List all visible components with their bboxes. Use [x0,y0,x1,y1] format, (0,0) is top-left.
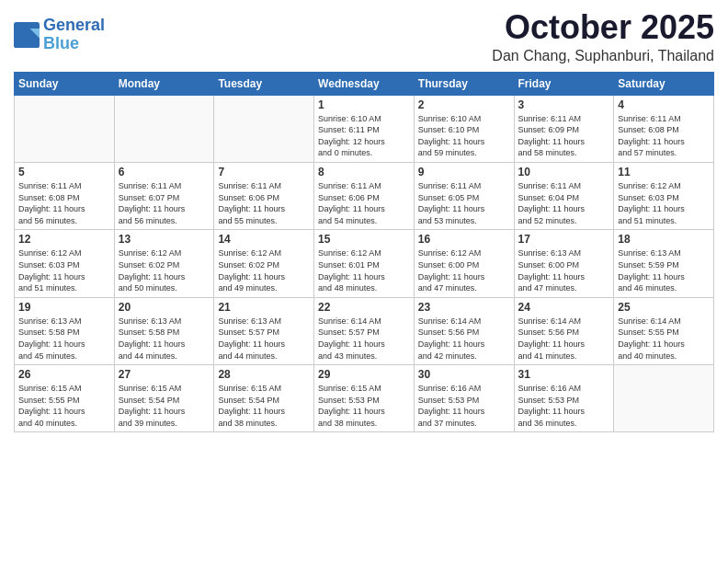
table-row: 8Sunrise: 6:11 AM Sunset: 6:06 PM Daylig… [314,162,415,229]
table-row: 19Sunrise: 6:13 AM Sunset: 5:58 PM Dayli… [15,297,115,364]
title-area: October 2025 Dan Chang, Suphanburi, Thai… [492,9,714,64]
table-row: 10Sunrise: 6:11 AM Sunset: 6:04 PM Dayli… [514,162,614,229]
logo-line1: General [43,16,105,34]
table-row [614,365,714,432]
table-row: 5Sunrise: 6:11 AM Sunset: 6:08 PM Daylig… [15,162,115,229]
logo-icon [14,22,40,48]
calendar-week-row: 1Sunrise: 6:10 AM Sunset: 6:11 PM Daylig… [15,95,714,162]
day-number: 31 [518,368,610,381]
day-info: Sunrise: 6:16 AM Sunset: 5:53 PM Dayligh… [418,383,510,429]
day-number: 29 [318,368,410,381]
table-row: 15Sunrise: 6:12 AM Sunset: 6:01 PM Dayli… [314,230,415,297]
table-row: 30Sunrise: 6:16 AM Sunset: 5:53 PM Dayli… [414,365,514,432]
day-number: 10 [518,166,610,178]
table-row: 21Sunrise: 6:13 AM Sunset: 5:57 PM Dayli… [214,297,314,364]
table-row: 3Sunrise: 6:11 AM Sunset: 6:09 PM Daylig… [514,95,614,162]
table-row: 26Sunrise: 6:15 AM Sunset: 5:55 PM Dayli… [15,365,115,432]
day-info: Sunrise: 6:12 AM Sunset: 6:00 PM Dayligh… [418,247,510,293]
day-info: Sunrise: 6:12 AM Sunset: 6:02 PM Dayligh… [218,247,310,293]
table-row [214,95,314,162]
day-number: 17 [518,233,610,246]
table-row: 18Sunrise: 6:13 AM Sunset: 5:59 PM Dayli… [614,230,714,297]
day-info: Sunrise: 6:11 AM Sunset: 6:08 PM Dayligh… [18,180,110,226]
calendar-week-row: 19Sunrise: 6:13 AM Sunset: 5:58 PM Dayli… [15,297,714,364]
table-row: 24Sunrise: 6:14 AM Sunset: 5:56 PM Dayli… [514,297,614,364]
page-header: General Blue October 2025 Dan Chang, Sup… [14,9,714,64]
day-number: 2 [418,98,510,111]
day-info: Sunrise: 6:11 AM Sunset: 6:09 PM Dayligh… [518,113,610,159]
table-row: 1Sunrise: 6:10 AM Sunset: 6:11 PM Daylig… [314,95,415,162]
table-row [15,95,115,162]
logo: General Blue [14,17,105,53]
day-info: Sunrise: 6:13 AM Sunset: 5:58 PM Dayligh… [119,316,210,362]
table-row: 9Sunrise: 6:11 AM Sunset: 6:05 PM Daylig… [414,162,514,229]
day-info: Sunrise: 6:11 AM Sunset: 6:07 PM Dayligh… [119,180,210,226]
day-info: Sunrise: 6:14 AM Sunset: 5:57 PM Dayligh… [318,316,410,362]
table-row: 6Sunrise: 6:11 AM Sunset: 6:07 PM Daylig… [114,162,214,229]
day-number: 22 [318,301,410,314]
table-row: 23Sunrise: 6:14 AM Sunset: 5:56 PM Dayli… [414,297,514,364]
day-number: 1 [318,98,410,111]
calendar-week-row: 5Sunrise: 6:11 AM Sunset: 6:08 PM Daylig… [15,162,714,229]
table-row: 29Sunrise: 6:15 AM Sunset: 5:53 PM Dayli… [314,365,415,432]
day-number: 23 [418,301,510,314]
day-number: 30 [418,368,510,381]
col-tuesday: Tuesday [214,72,314,95]
day-number: 18 [618,233,710,246]
location-title: Dan Chang, Suphanburi, Thailand [492,48,714,64]
calendar-week-row: 26Sunrise: 6:15 AM Sunset: 5:55 PM Dayli… [15,365,714,432]
table-row: 25Sunrise: 6:14 AM Sunset: 5:55 PM Dayli… [614,297,714,364]
day-number: 26 [18,368,110,381]
day-number: 11 [618,166,710,178]
day-info: Sunrise: 6:13 AM Sunset: 5:59 PM Dayligh… [618,247,710,293]
col-monday: Monday [114,72,214,95]
weekday-header-row: Sunday Monday Tuesday Wednesday Thursday… [15,72,714,95]
day-info: Sunrise: 6:13 AM Sunset: 5:58 PM Dayligh… [18,316,110,362]
day-number: 21 [218,301,310,314]
day-info: Sunrise: 6:14 AM Sunset: 5:56 PM Dayligh… [418,316,510,362]
table-row: 11Sunrise: 6:12 AM Sunset: 6:03 PM Dayli… [614,162,714,229]
day-info: Sunrise: 6:12 AM Sunset: 6:03 PM Dayligh… [18,247,110,293]
table-row: 7Sunrise: 6:11 AM Sunset: 6:06 PM Daylig… [214,162,314,229]
col-wednesday: Wednesday [314,72,415,95]
day-info: Sunrise: 6:11 AM Sunset: 6:05 PM Dayligh… [418,180,510,226]
day-number: 14 [218,233,310,246]
day-number: 24 [518,301,610,314]
table-row: 4Sunrise: 6:11 AM Sunset: 6:08 PM Daylig… [614,95,714,162]
day-info: Sunrise: 6:13 AM Sunset: 5:57 PM Dayligh… [218,316,310,362]
day-info: Sunrise: 6:16 AM Sunset: 5:53 PM Dayligh… [518,383,610,429]
day-info: Sunrise: 6:13 AM Sunset: 6:00 PM Dayligh… [518,247,610,293]
table-row: 12Sunrise: 6:12 AM Sunset: 6:03 PM Dayli… [15,230,115,297]
day-number: 9 [418,166,510,178]
day-info: Sunrise: 6:15 AM Sunset: 5:53 PM Dayligh… [318,383,410,429]
table-row: 31Sunrise: 6:16 AM Sunset: 5:53 PM Dayli… [514,365,614,432]
table-row: 28Sunrise: 6:15 AM Sunset: 5:54 PM Dayli… [214,365,314,432]
table-row [114,95,214,162]
calendar: Sunday Monday Tuesday Wednesday Thursday… [14,72,714,433]
table-row: 17Sunrise: 6:13 AM Sunset: 6:00 PM Dayli… [514,230,614,297]
day-number: 4 [618,98,710,111]
day-info: Sunrise: 6:14 AM Sunset: 5:55 PM Dayligh… [618,316,710,362]
col-thursday: Thursday [414,72,514,95]
day-info: Sunrise: 6:12 AM Sunset: 6:01 PM Dayligh… [318,247,410,293]
logo-line2: Blue [43,34,79,52]
table-row: 27Sunrise: 6:15 AM Sunset: 5:54 PM Dayli… [114,365,214,432]
day-info: Sunrise: 6:11 AM Sunset: 6:06 PM Dayligh… [218,180,310,226]
table-row: 2Sunrise: 6:10 AM Sunset: 6:10 PM Daylig… [414,95,514,162]
day-number: 20 [119,301,210,314]
day-info: Sunrise: 6:10 AM Sunset: 6:11 PM Dayligh… [318,113,410,159]
day-info: Sunrise: 6:12 AM Sunset: 6:02 PM Dayligh… [119,247,210,293]
table-row: 16Sunrise: 6:12 AM Sunset: 6:00 PM Dayli… [414,230,514,297]
day-info: Sunrise: 6:10 AM Sunset: 6:10 PM Dayligh… [418,113,510,159]
day-number: 8 [318,166,410,178]
svg-rect-0 [14,22,40,48]
day-number: 13 [119,233,210,246]
month-title: October 2025 [492,9,714,46]
day-number: 7 [218,166,310,178]
calendar-week-row: 12Sunrise: 6:12 AM Sunset: 6:03 PM Dayli… [15,230,714,297]
day-info: Sunrise: 6:11 AM Sunset: 6:06 PM Dayligh… [318,180,410,226]
day-number: 27 [119,368,210,381]
table-row: 20Sunrise: 6:13 AM Sunset: 5:58 PM Dayli… [114,297,214,364]
day-info: Sunrise: 6:11 AM Sunset: 6:08 PM Dayligh… [618,113,710,159]
col-sunday: Sunday [15,72,115,95]
